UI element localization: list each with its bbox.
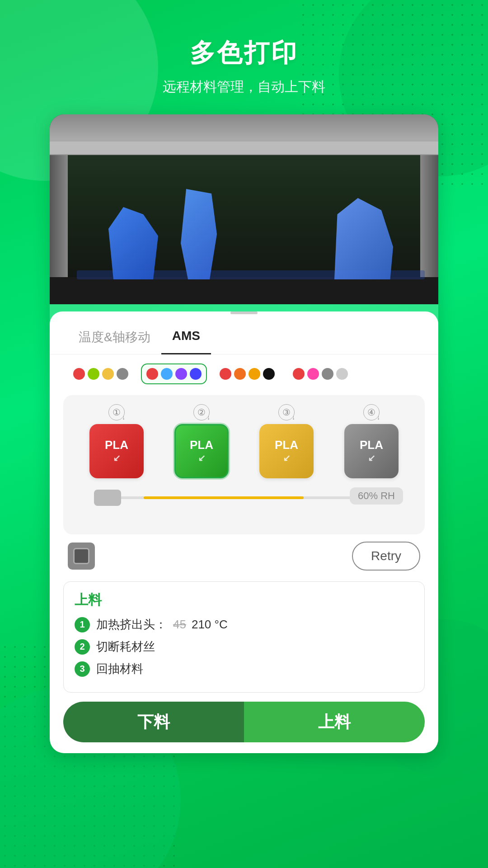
slot-number-4: ④ <box>363 404 380 420</box>
connector-active <box>144 496 304 499</box>
tabs-row: 温度&轴移动 AMS <box>50 314 438 354</box>
loading-title: 上料 <box>75 591 413 609</box>
slot-number-3: ③ <box>278 404 295 420</box>
material-icon-2: ↙ <box>198 453 206 463</box>
material-icon-4: ↙ <box>368 453 375 463</box>
humidity-badge: 60% RH <box>350 487 403 505</box>
slot-number-1: ① <box>108 404 125 420</box>
print-object-2 <box>181 189 217 279</box>
page-title: 多色打印 <box>190 36 298 71</box>
color-group-3[interactable] <box>214 363 280 384</box>
ams-slot-4[interactable]: ④ PLA ↙ <box>344 404 399 478</box>
color-dot <box>117 368 128 380</box>
temp-current: 210 °C <box>192 618 228 632</box>
bottom-buttons: 下料 上料 <box>63 702 425 742</box>
ams-slot-2[interactable]: ② PLA ↙ <box>174 404 229 478</box>
white-panel: 温度&轴移动 AMS <box>50 311 438 753</box>
print-object-3 <box>334 198 393 279</box>
color-group-1[interactable] <box>68 363 134 384</box>
temp-values: 45 210 °C <box>173 618 228 632</box>
ams-slot-1[interactable]: ① PLA ↙ <box>89 404 144 478</box>
ams-slots-row: ① PLA ↙ ② PLA ↙ <box>74 404 414 478</box>
color-dot <box>88 368 99 380</box>
material-icon-1: ↙ <box>113 453 121 463</box>
ams-slot-3[interactable]: ③ PLA ↙ <box>259 404 314 478</box>
loading-step-3: 3 回抽材料 <box>75 661 413 677</box>
extruder-icon <box>68 542 95 570</box>
step-number-2: 2 <box>80 642 84 652</box>
step-badge-3: 3 <box>75 661 90 677</box>
step-number-3: 3 <box>80 664 84 674</box>
color-dot <box>175 368 187 380</box>
connector-area: 60% RH <box>85 487 403 524</box>
color-dot <box>146 368 158 380</box>
unload-button[interactable]: 下料 <box>63 702 244 742</box>
step-text-2: 切断耗材丝 <box>96 639 155 655</box>
color-dot <box>263 368 275 380</box>
material-card-2[interactable]: PLA ↙ <box>174 424 229 478</box>
step-badge-1: 1 <box>75 617 90 632</box>
color-dot <box>293 368 305 380</box>
color-group-4[interactable] <box>287 363 353 384</box>
ams-unit: ① PLA ↙ ② PLA ↙ <box>63 395 425 534</box>
material-label-1: PLA <box>105 439 128 451</box>
ams-color-groups <box>50 363 438 384</box>
color-dot <box>220 368 231 380</box>
material-card-3[interactable]: PLA ↙ <box>259 424 314 478</box>
color-dot <box>102 368 114 380</box>
material-label-2: PLA <box>190 439 213 451</box>
material-card-1[interactable]: PLA ↙ <box>89 424 144 478</box>
step-text-1: 加热挤出头： <box>96 617 167 632</box>
color-dot <box>336 368 348 380</box>
print-object-1 <box>108 207 158 279</box>
page-wrapper: 多色打印 远程材料管理，自动上下料 温度&轴移动 AMS <box>0 0 488 753</box>
page-subtitle: 远程材料管理，自动上下料 <box>163 78 325 96</box>
color-group-2[interactable] <box>141 363 207 384</box>
printer-rail <box>50 142 438 154</box>
tab-temp[interactable]: 温度&轴移动 <box>68 323 161 354</box>
extruder-inner <box>73 548 89 564</box>
loading-step-2: 2 切断耗材丝 <box>75 639 413 655</box>
loading-step-1: 1 加热挤出头： 45 210 °C <box>75 617 413 632</box>
tab-ams[interactable]: AMS <box>161 323 211 354</box>
step-number-1: 1 <box>80 619 84 630</box>
step-text-3: 回抽材料 <box>96 661 143 677</box>
color-dot <box>190 368 202 380</box>
connector-hub <box>94 490 121 506</box>
color-dot <box>322 368 333 380</box>
color-dot <box>307 368 319 380</box>
material-label-3: PLA <box>275 439 298 451</box>
material-label-4: PLA <box>360 439 383 451</box>
color-dot <box>73 368 85 380</box>
printer-camera-view <box>50 114 438 304</box>
slot-number-2: ② <box>193 404 210 420</box>
material-card-4[interactable]: PLA ↙ <box>344 424 399 478</box>
color-dot <box>234 368 246 380</box>
load-button[interactable]: 上料 <box>244 702 425 742</box>
retry-area: Retry <box>50 534 438 574</box>
color-dot <box>249 368 260 380</box>
main-card: 温度&轴移动 AMS <box>50 114 438 753</box>
step-badge-2: 2 <box>75 639 90 655</box>
material-icon-3: ↙ <box>283 453 291 463</box>
color-dot <box>161 368 173 380</box>
printer-bed <box>50 277 438 304</box>
retry-button[interactable]: Retry <box>352 542 420 571</box>
temp-strike: 45 <box>173 618 186 632</box>
loading-section: 上料 1 加热挤出头： 45 210 °C 2 <box>63 581 425 693</box>
